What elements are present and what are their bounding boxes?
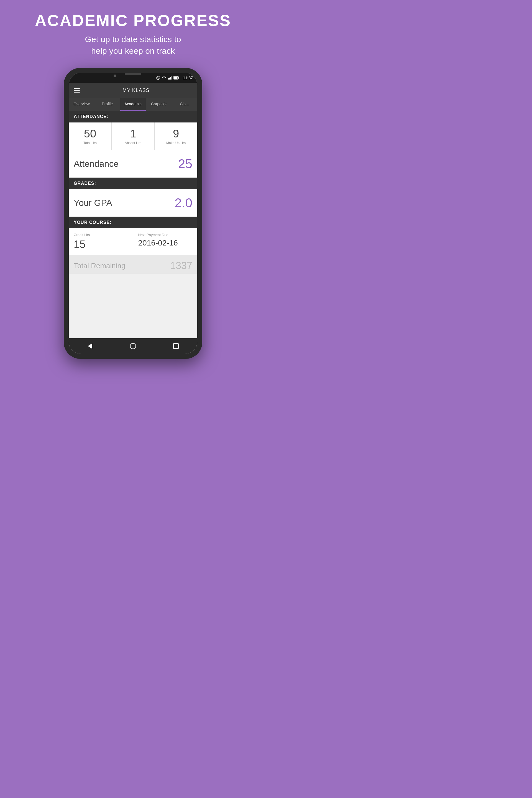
page-title: ACADEMIC PROGRESS bbox=[35, 11, 231, 30]
phone-frame: 11:37 MY KLASS Overview Profile Academic… bbox=[64, 68, 202, 359]
makeup-hrs-value: 9 bbox=[157, 128, 194, 140]
next-payment-col: Next Payment Due 2016-02-16 bbox=[133, 228, 197, 255]
gpa-label: Your GPA bbox=[74, 198, 112, 208]
attendance-metric-value: 25 bbox=[178, 156, 192, 171]
no-signal-icon bbox=[156, 76, 160, 80]
content-area: ATTENDANCE: 50 Total Hrs 1 Absent Hrs 9 … bbox=[69, 111, 197, 338]
home-button[interactable] bbox=[128, 341, 138, 351]
bottom-nav bbox=[69, 338, 197, 354]
recents-button[interactable] bbox=[171, 341, 181, 351]
svg-line-1 bbox=[157, 77, 159, 79]
svg-rect-2 bbox=[168, 78, 169, 79]
total-hrs-value: 50 bbox=[72, 128, 109, 140]
grades-header: GRADES: bbox=[69, 177, 197, 189]
recents-icon bbox=[173, 343, 179, 349]
tab-classes[interactable]: Cla... bbox=[172, 98, 197, 111]
svg-rect-4 bbox=[170, 77, 171, 79]
tab-academic[interactable]: Academic bbox=[120, 98, 146, 111]
tab-overview[interactable]: Overview bbox=[69, 98, 94, 111]
svg-rect-8 bbox=[178, 77, 179, 78]
status-bar: 11:37 bbox=[69, 73, 197, 83]
total-remaining-label: Total Remaining bbox=[74, 262, 125, 270]
attendance-stats-row: 50 Total Hrs 1 Absent Hrs 9 Make Up Hrs bbox=[69, 122, 197, 150]
next-payment-value: 2016-02-16 bbox=[138, 239, 193, 247]
attendance-metric-row: Attendance 25 bbox=[69, 150, 197, 177]
course-header: YOUR COURSE: bbox=[69, 217, 197, 228]
tab-bar: Overview Profile Academic Carpools Cla..… bbox=[69, 98, 197, 111]
gpa-value: 2.0 bbox=[174, 195, 192, 210]
menu-button[interactable] bbox=[74, 88, 80, 93]
next-payment-label: Next Payment Due bbox=[138, 233, 193, 237]
tab-profile[interactable]: Profile bbox=[94, 98, 120, 111]
absent-hrs-stat: 1 Absent Hrs bbox=[112, 122, 155, 150]
camera-dot bbox=[114, 75, 116, 77]
total-hrs-label: Total Hrs bbox=[72, 141, 109, 145]
gpa-metric-row: Your GPA 2.0 bbox=[69, 189, 197, 217]
credit-hrs-col: Credit Hrs 15 bbox=[69, 228, 133, 255]
total-hrs-stat: 50 Total Hrs bbox=[69, 122, 112, 150]
back-button[interactable] bbox=[85, 341, 95, 351]
total-remaining-value: 1337 bbox=[170, 260, 192, 271]
wifi-icon bbox=[162, 76, 166, 79]
svg-rect-3 bbox=[169, 78, 170, 79]
credit-hrs-label: Credit Hrs bbox=[74, 233, 128, 237]
app-title: MY KLASS bbox=[80, 88, 192, 93]
tab-carpools[interactable]: Carpools bbox=[146, 98, 172, 111]
total-remaining-row: Total Remaining 1337 bbox=[69, 255, 197, 274]
home-icon bbox=[130, 343, 136, 349]
makeup-hrs-stat: 9 Make Up Hrs bbox=[155, 122, 197, 150]
phone-screen: 11:37 MY KLASS Overview Profile Academic… bbox=[69, 73, 197, 354]
app-bar: MY KLASS bbox=[69, 83, 197, 98]
page-subtitle: Get up to date statistics tohelp you kee… bbox=[35, 34, 231, 57]
attendance-metric-label: Attendance bbox=[74, 159, 119, 169]
svg-rect-5 bbox=[171, 76, 172, 79]
course-row: Credit Hrs 15 Next Payment Due 2016-02-1… bbox=[69, 228, 197, 255]
signal-icon bbox=[168, 76, 172, 79]
credit-hrs-value: 15 bbox=[74, 239, 128, 250]
battery-icon bbox=[173, 76, 179, 79]
attendance-header: ATTENDANCE: bbox=[69, 111, 197, 122]
status-time: 11:37 bbox=[183, 76, 193, 80]
page-header: ACADEMIC PROGRESS Get up to date statist… bbox=[30, 0, 236, 65]
absent-hrs-label: Absent Hrs bbox=[114, 141, 152, 145]
page-background: ACADEMIC PROGRESS Get up to date statist… bbox=[0, 0, 266, 399]
svg-rect-7 bbox=[174, 77, 177, 79]
absent-hrs-value: 1 bbox=[114, 128, 152, 140]
back-icon bbox=[88, 343, 92, 349]
makeup-hrs-label: Make Up Hrs bbox=[157, 141, 194, 145]
status-icons: 11:37 bbox=[156, 76, 193, 80]
